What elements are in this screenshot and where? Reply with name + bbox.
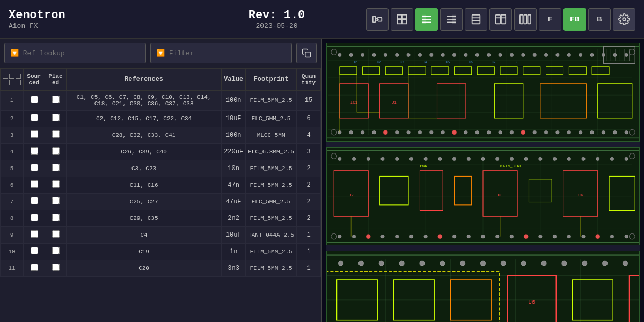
svg-point-82 (487, 130, 490, 134)
table-row[interactable]: 9C410uFTANT_044A_2.51 (1, 227, 321, 244)
svg-text:U6: U6 (528, 299, 535, 306)
table-row[interactable]: 4C26, C39, C40220uFELC_6.3MM_2.53 (1, 144, 321, 160)
svg-point-158 (496, 157, 499, 160)
placed-checkbox[interactable] (52, 214, 60, 221)
settings-button[interactable] (613, 8, 635, 31)
svg-point-161 (539, 157, 542, 160)
sourced-cell (24, 244, 45, 260)
value-cell: 47uF (222, 194, 246, 210)
placed-checkbox[interactable] (52, 264, 60, 271)
svg-point-169 (352, 235, 355, 238)
sourced-checkbox[interactable] (31, 264, 38, 271)
references-cell: C19 (67, 244, 222, 260)
sourced-checkbox[interactable] (31, 214, 38, 221)
svg-point-167 (625, 157, 628, 160)
svg-point-72 (372, 130, 376, 134)
references-cell: C29, C35 (67, 210, 222, 227)
sourced-checkbox[interactable] (31, 147, 38, 155)
svg-point-43 (338, 53, 341, 56)
footprint-cell: TANT_044A_2.5 (246, 227, 297, 244)
sourced-checkbox[interactable] (31, 197, 38, 204)
svg-point-182 (539, 235, 542, 238)
svg-text:C2: C2 (377, 61, 381, 64)
table-row[interactable]: 8C29, C352n2FILM_5MM_2.52 (1, 210, 321, 227)
table-row[interactable]: 6C11, C1647nFILM_5MM_2.52 (1, 177, 321, 194)
svg-point-61 (544, 53, 547, 56)
table-row[interactable]: 10C191nFILM_5MM_2.51 (1, 244, 321, 260)
placed-cell (45, 260, 67, 277)
placed-checkbox[interactable] (52, 147, 60, 155)
grid-view-button[interactable] (391, 8, 413, 31)
sourced-checkbox[interactable] (31, 247, 38, 254)
sourced-checkbox[interactable] (31, 130, 38, 138)
svg-point-81 (475, 130, 479, 134)
placed-checkbox[interactable] (52, 130, 60, 138)
svg-point-225 (358, 261, 363, 266)
three-col-button[interactable] (514, 8, 537, 31)
row-number: 9 (1, 227, 24, 244)
table-row[interactable]: 2C2, C12, C15, C17, C22, C3410uFELC_5MM_… (1, 111, 321, 127)
value-cell: 220uF (222, 144, 246, 160)
sourced-checkbox[interactable] (31, 230, 38, 238)
back-layer-label: B (597, 15, 602, 23)
svg-point-46 (372, 53, 376, 56)
ref-lookup-input[interactable] (4, 43, 146, 63)
two-col-button[interactable] (489, 8, 512, 31)
svg-point-68 (625, 53, 628, 56)
th-footprint: Footprint (246, 69, 297, 91)
svg-point-86 (533, 130, 536, 134)
placed-checkbox[interactable] (52, 164, 60, 171)
svg-point-28 (623, 18, 626, 21)
quantity-cell: 4 (297, 127, 321, 144)
references-cell: C1, C5, C6, C7, C8, C9, C10, C13, C14, C… (67, 91, 222, 111)
placed-checkbox[interactable] (52, 180, 60, 188)
placed-checkbox[interactable] (52, 96, 60, 103)
filter-input[interactable] (150, 43, 292, 63)
single-col-button[interactable] (465, 8, 487, 31)
table-row[interactable]: 7C25, C2747uFELC_5MM_2.52 (1, 194, 321, 210)
sourced-checkbox[interactable] (31, 96, 38, 103)
list-view-right-button[interactable] (440, 8, 463, 31)
table-row[interactable]: 11C203n3FILM_5MM_2.51 (1, 260, 321, 277)
svg-point-70 (349, 130, 353, 134)
table-row[interactable]: 5C3, C2310nFILM_5MM_2.52 (1, 160, 321, 177)
th-row-num (1, 69, 24, 91)
sourced-checkbox[interactable] (31, 164, 38, 171)
svg-point-202 (524, 234, 529, 239)
front-back-layer-button[interactable]: FB (564, 8, 586, 31)
pcb-divider-1 (326, 142, 640, 147)
svg-rect-0 (373, 16, 376, 22)
svg-point-74 (395, 130, 398, 134)
svg-rect-22 (501, 14, 506, 24)
placed-checkbox[interactable] (52, 230, 60, 238)
row-number: 11 (1, 260, 24, 277)
value-cell: 3n3 (222, 260, 246, 277)
front-layer-button[interactable]: F (539, 8, 561, 31)
table-row[interactable]: 3C28, C32, C33, C41100nMLCC_5MM4 (1, 127, 321, 144)
svg-rect-27 (528, 14, 531, 24)
svg-point-200 (366, 234, 371, 239)
back-layer-button[interactable]: B (588, 8, 611, 31)
placed-checkbox[interactable] (52, 197, 60, 204)
svg-point-168 (338, 235, 341, 238)
bom-table-wrapper[interactable]: Sourced Placed References Value Footprin… (0, 68, 321, 322)
svg-point-89 (567, 130, 570, 134)
component-view-button[interactable] (366, 8, 389, 31)
svg-point-49 (407, 53, 410, 56)
toolbar: F FB B (366, 8, 635, 31)
copy-button[interactable] (296, 43, 317, 63)
placed-checkbox[interactable] (52, 247, 60, 254)
th-value: Value (222, 69, 246, 91)
placed-checkbox[interactable] (52, 114, 60, 121)
list-view-left-button[interactable] (415, 8, 438, 31)
quantity-cell: 2 (297, 194, 321, 210)
rev-info: Rev: 1.0 2023-05-20 (187, 9, 366, 30)
table-row[interactable]: 1C1, C5, C6, C7, C8, C9, C10, C13, C14, … (1, 91, 321, 111)
svg-point-183 (553, 235, 556, 238)
sourced-checkbox[interactable] (31, 114, 38, 121)
svg-text:C1: C1 (354, 61, 358, 64)
sourced-checkbox[interactable] (31, 180, 38, 188)
footprint-cell: ELC_5MM_2.5 (246, 111, 297, 127)
svg-point-179 (496, 235, 499, 238)
pcb-board-bottom: U5 U6 U7 (326, 251, 640, 322)
